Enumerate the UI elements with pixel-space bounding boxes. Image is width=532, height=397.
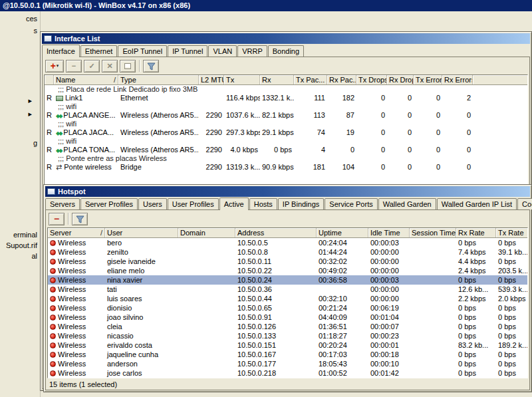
sidebar-item-make-supout[interactable]: Supout.rif [6, 241, 37, 250]
hotspot-active-row[interactable]: Wireless anderson 10.50.0.177 18:05:43 0… [48, 359, 527, 368]
hotspot-active-row[interactable]: Wireless tati 10.50.0.36 00:00:00 12.6 k… [48, 285, 527, 294]
comment-button[interactable] [120, 60, 136, 72]
hotspot-active-row[interactable]: Wireless zenilto 10.50.0.8 01:44:24 00:0… [48, 247, 527, 257]
hotspot-active-row[interactable]: Wireless joao silvino 10.50.0.91 04:40:0… [48, 313, 527, 322]
row-tx-drops [356, 120, 387, 128]
row-rx-rate: 0 bps [456, 275, 496, 285]
hotspot-active-row[interactable]: Wireless cleia 10.50.0.126 01:36:51 00:0… [48, 322, 527, 331]
col-tx-rate[interactable]: Tx Rate [496, 228, 528, 237]
sidebar-item-new-terminal[interactable]: erminal [13, 231, 37, 239]
table-row[interactable]: R PLACA TONA... Wireless (Atheros AR5...… [45, 146, 527, 154]
col-rx-rate[interactable]: Rx Rate [456, 228, 496, 237]
tab[interactable]: VLAN [208, 45, 237, 57]
add-button[interactable]: + ▾ [45, 60, 64, 72]
col-address[interactable]: Address [235, 228, 317, 237]
filter-button[interactable] [143, 60, 159, 72]
col-idle-time[interactable]: Idle Time [368, 228, 410, 237]
tab[interactable]: Interface [42, 45, 80, 57]
table-row[interactable]: R PLACA ANGE... Wireless (Atheros AR5...… [45, 111, 527, 120]
table-row[interactable]: ;;; Ponte entre as placas Wireless [45, 154, 527, 163]
table-row[interactable]: ;;; Placa de rede Link Dedicado ip fixo … [45, 85, 527, 94]
row-type: Wireless (Atheros AR5... [118, 146, 199, 154]
tab[interactable]: Walled Garden [378, 198, 436, 209]
disable-button[interactable]: ✕ [102, 60, 118, 72]
tab[interactable]: Users [138, 198, 167, 209]
col-server[interactable]: Server/ [48, 228, 105, 237]
tab[interactable]: IP Bindings [278, 198, 324, 209]
hotspot-active-row[interactable]: Wireless jose carlos 10.50.0.218 01:00:5… [48, 368, 527, 378]
tab[interactable]: Cookies [517, 198, 532, 209]
row-tx-drops: 0 [356, 111, 387, 120]
tab[interactable]: User Profiles [168, 198, 219, 209]
hotspot-active-row[interactable]: Wireless jaqueline cunha 10.50.0.167 00:… [48, 350, 527, 359]
col-flag[interactable] [45, 75, 54, 84]
col-session-time[interactable]: Session Time... [410, 228, 456, 237]
hotspot-table-header: Server/ User Domain Address Uptime Idle … [48, 228, 527, 238]
tab[interactable]: Bonding [268, 45, 304, 57]
row-user: jose carlos [105, 368, 178, 378]
col-rx-packets[interactable]: Rx Pac... [327, 75, 356, 84]
sidebar-item[interactable]: s [34, 27, 38, 35]
submenu-arrow-icon[interactable]: ▸ [28, 110, 32, 118]
sidebar-item-manual[interactable]: al [31, 252, 37, 261]
table-row[interactable]: ;;; wifi [45, 120, 527, 128]
hotspot-active-row[interactable]: Wireless nina xavier 10.50.0.24 00:36:58… [48, 275, 527, 285]
col-user[interactable]: User [105, 228, 178, 237]
table-row[interactable]: ;;; wifi [45, 102, 527, 111]
submenu-arrow-icon[interactable]: ▸ [28, 96, 32, 105]
col-domain[interactable]: Domain [178, 228, 235, 237]
hotspot-active-row[interactable]: Wireless bero 10.50.0.5 00:24:04 00:00:0… [48, 238, 527, 247]
enable-button[interactable]: ✓ [84, 60, 100, 72]
hotspot-active-row[interactable]: Wireless gisele ivaneide 10.50.0.11 00:3… [48, 257, 527, 266]
row-tx-rate: 39.1 kb... [496, 247, 527, 257]
hotspot-active-row[interactable]: Wireless dionisio 10.50.0.65 00:21:24 00… [48, 303, 527, 313]
col-uptime[interactable]: Uptime [317, 228, 368, 237]
row-name: PLACA JACA... [54, 128, 118, 137]
tab[interactable]: EoIP Tunnel [118, 45, 167, 57]
col-tx-errors[interactable]: Tx Errors [414, 75, 442, 84]
col-name[interactable]: Name/ [54, 75, 118, 84]
app-titlebar[interactable]: @10.50.0.1 (Mikrotik wi-fi) - WinBox v4.… [0, 0, 532, 11]
hotspot-active-row[interactable]: Wireless luis soares 10.50.0.44 00:32:10… [48, 294, 527, 303]
row-l2mtu [199, 137, 224, 146]
tab[interactable]: Walled Garden IP List [437, 198, 517, 209]
row-tx-rate: 0 bps [496, 368, 527, 378]
col-tx-packets[interactable]: Tx Pac... [294, 75, 327, 84]
tab[interactable]: Hosts [249, 198, 277, 209]
filter-button[interactable] [72, 213, 88, 225]
row-server: Wireless [48, 247, 105, 257]
remove-button[interactable]: − [49, 213, 65, 225]
col-rx[interactable]: Rx [260, 75, 294, 84]
hotspot-active-row[interactable]: Wireless nicassio 10.50.0.133 01:18:27 0… [48, 331, 527, 340]
col-type[interactable]: Type [118, 75, 199, 84]
tab[interactable]: VRRP [237, 45, 267, 57]
row-session-time [410, 350, 456, 359]
tab[interactable]: Service Ports [325, 198, 377, 209]
tab[interactable]: IP Tunnel [168, 45, 207, 57]
hotspot-panel: − Server/ User Domain Address Uptime Idl… [45, 209, 530, 390]
col-rx-errors[interactable]: Rx Errors [442, 75, 473, 84]
row-idle-time: 00:00:10 [368, 359, 410, 368]
col-rx-drops[interactable]: Rx Drops [387, 75, 414, 84]
hotspot-titlebar[interactable]: Hotspot [45, 186, 530, 197]
tab[interactable]: Ethernet [80, 45, 118, 57]
row-idle-time: 00:00:01 [368, 340, 410, 350]
sidebar-item[interactable]: g [33, 139, 37, 148]
tab[interactable]: Servers [45, 198, 80, 209]
table-row[interactable]: R Ponte wireless Bridge 2290 1319.3 k...… [45, 163, 527, 172]
col-tx[interactable]: Tx [224, 75, 260, 84]
row-domain [178, 340, 235, 350]
col-l2mtu[interactable]: L2 MTU [199, 75, 224, 84]
tab[interactable]: Active [219, 198, 249, 210]
table-row[interactable]: R PLACA JACA... Wireless (Atheros AR5...… [45, 128, 527, 137]
hotspot-active-row[interactable]: Wireless eliane melo 10.50.0.22 00:49:02… [48, 266, 527, 275]
row-rx-errors [442, 102, 473, 111]
sidebar-item[interactable]: ces [26, 15, 37, 23]
remove-button[interactable]: − [66, 60, 82, 72]
tab[interactable]: Server Profiles [80, 198, 138, 209]
interface-list-titlebar[interactable]: Interface List [42, 33, 530, 44]
table-row[interactable]: R Link1 Ethernet 116.4 kbps 1332.1 k... … [45, 94, 527, 102]
col-tx-drops[interactable]: Tx Drops [356, 75, 387, 84]
table-row[interactable]: ;;; wifi [45, 137, 527, 146]
hotspot-active-row[interactable]: Wireless erivaldo costa 10.50.0.151 00:2… [48, 340, 527, 350]
